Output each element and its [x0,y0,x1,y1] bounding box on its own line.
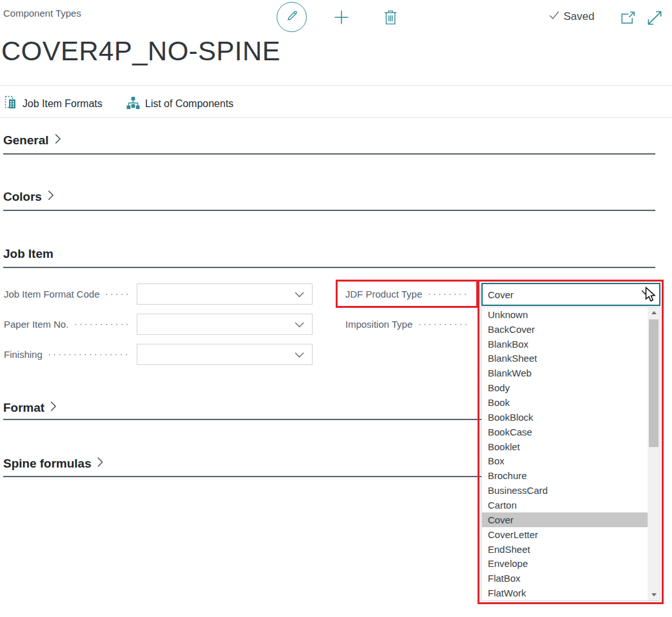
job-item-formats-icon [4,96,17,112]
delete-button[interactable] [381,8,399,28]
popout-icon [619,10,636,28]
dropdown-option[interactable]: Brochure [482,468,648,483]
dropdown-option[interactable]: Booklet [482,439,648,454]
section-header-colors[interactable]: Colors [3,190,54,204]
dotted-leader [429,294,469,295]
section-label: Job Item [3,247,53,261]
section-label: Format [3,401,44,415]
expand-icon [646,9,664,29]
scroll-down-button[interactable] [648,589,660,600]
dotted-leader [49,354,129,355]
component-type-card-page: Component Types [0,0,672,617]
actionbar-divider [0,117,672,118]
job-item-format-code-input[interactable] [137,283,313,305]
dropdown-option[interactable]: Box [482,454,648,469]
dropdown-scrollbar[interactable] [648,307,660,600]
triangle-down-icon [651,593,657,596]
new-button[interactable] [332,8,351,28]
dropdown-option[interactable]: Envelope [482,556,648,571]
action-job-item-formats[interactable]: Job Item Formats [4,94,102,114]
breadcrumb[interactable]: Component Types [3,8,81,19]
triangle-up-icon [651,311,657,314]
section-header-job-item[interactable]: Job Item [3,247,53,261]
chevron-right-icon [50,401,56,415]
section-header-format[interactable]: Format [3,401,56,415]
chevron-right-icon [97,457,103,471]
finishing-label: Finishing [4,344,133,365]
check-icon [549,10,560,23]
page-title: COVER4P_NO-SPINE [1,36,280,67]
finishing-input[interactable] [137,344,313,365]
trash-icon [383,8,399,28]
save-status-label: Saved [564,10,594,23]
chevron-down-icon [295,349,304,360]
chevron-right-icon [55,133,61,148]
dropdown-option[interactable]: FlatBox [482,571,648,586]
expand-button[interactable] [644,8,665,29]
jdf-product-type-combobox[interactable]: Cover [481,283,660,306]
header-divider [0,85,672,86]
open-in-new-window-button[interactable] [618,10,637,28]
chevron-down-icon [295,289,304,300]
dropdown-option-selected[interactable]: Cover [482,512,648,527]
paper-item-no-input[interactable] [137,314,313,335]
dropdown-option[interactable]: BookBlock [482,410,648,425]
section-underline [3,210,655,211]
dotted-leader [106,294,129,295]
scroll-up-button[interactable] [648,307,660,318]
pencil-icon [285,9,299,25]
dropdown-option[interactable]: BlankWeb [482,366,648,380]
dropdown-option[interactable]: Book [482,395,648,410]
dropdown-option[interactable]: BookCase [482,425,648,439]
section-label: Colors [3,190,42,204]
dropdown-option[interactable]: FlatWork [482,586,648,600]
save-status: Saved [549,10,594,23]
plus-icon [332,8,350,28]
edit-button[interactable] [277,2,307,32]
chevron-down-icon [295,319,304,330]
dropdown-option[interactable]: BackCover [482,322,648,337]
dotted-leader [419,324,469,325]
scrollbar-thumb[interactable] [649,319,659,447]
jdf-product-type-label: JDF Product Type [345,283,473,305]
dropdown-option[interactable]: EndSheet [482,542,648,557]
dropdown-option[interactable]: CoverLetter [482,527,648,542]
paper-item-no-label: Paper Item No. [4,314,133,335]
combobox-value: Cover [488,289,513,300]
action-label: List of Components [145,98,234,110]
action-label: Job Item Formats [22,98,102,110]
job-item-format-code-label: Job Item Format Code [4,283,133,305]
dropdown-option[interactable]: BlankBox [482,337,648,351]
dropdown-option[interactable]: Unknown [482,307,648,322]
dropdown-option-list: Unknown BackCover BlankBox BlankSheet Bl… [482,307,648,600]
dropdown-option[interactable]: BlankSheet [482,351,648,366]
chevron-right-icon [47,190,54,204]
dropdown-option[interactable]: Body [482,380,648,395]
section-underline [3,267,655,268]
section-label: Spine formulas [3,457,91,471]
imposition-type-label: Imposition Type [345,314,473,335]
section-header-general[interactable]: General [3,133,61,148]
action-list-of-components[interactable]: List of Components [126,94,234,114]
dotted-leader [75,324,129,325]
section-label: General [3,133,49,148]
jdf-product-type-dropdown: Unknown BackCover BlankBox BlankSheet Bl… [481,307,660,601]
dropdown-option[interactable]: BusinessCard [482,483,648,498]
section-header-spine-formulas[interactable]: Spine formulas [3,457,103,471]
section-underline [3,153,655,155]
list-of-components-icon [126,96,140,112]
dropdown-option[interactable]: Carton [482,498,648,512]
